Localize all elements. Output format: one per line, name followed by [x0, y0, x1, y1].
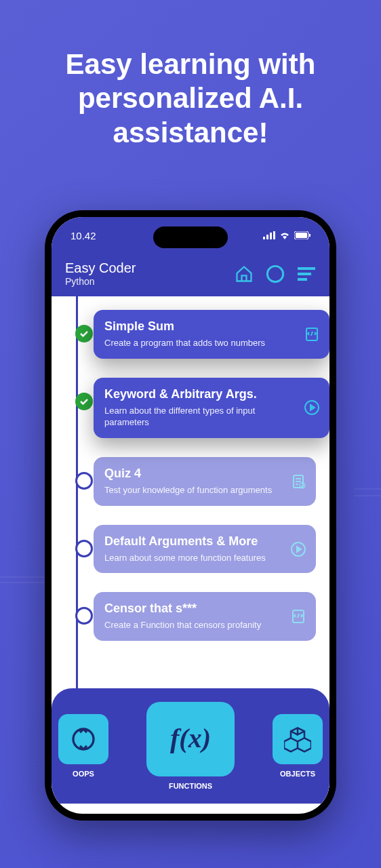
- lesson-subtitle: Learn about the different types of input…: [104, 406, 296, 429]
- lesson-card[interactable]: Keyword & Arbitrary Args.Learn about the…: [94, 378, 329, 438]
- wifi-icon: [279, 230, 290, 241]
- lesson-subtitle: Learn about some more function features: [104, 553, 282, 564]
- nav-objects[interactable]: OBJECTS: [273, 714, 323, 778]
- content-area: Simple SumCreate a program that adds two…: [52, 296, 329, 804]
- code-icon: [304, 326, 320, 342]
- lesson-card[interactable]: Simple SumCreate a program that adds two…: [94, 310, 329, 359]
- app-name: Easy Coder: [65, 260, 136, 276]
- play-icon: [290, 541, 306, 557]
- lesson-subtitle: Create a program that adds two numbers: [104, 338, 296, 349]
- svg-rect-3: [273, 231, 275, 239]
- lesson-row: Censor that s***Create a Function that c…: [94, 592, 329, 641]
- phone-frame: 10.42 Easy Coder Python: [45, 210, 336, 821]
- checkmark-icon: [75, 393, 93, 410]
- lesson-title: Simple Sum: [104, 319, 296, 334]
- svg-rect-10: [298, 278, 307, 281]
- lesson-subtitle: Test your knowledge of function argument…: [104, 485, 282, 496]
- nav-objects-label: OBJECTS: [280, 770, 315, 778]
- svg-rect-5: [296, 233, 307, 238]
- quiz-icon: [290, 473, 306, 490]
- menu-button[interactable]: [297, 264, 316, 283]
- lesson-title: Censor that s***: [104, 601, 282, 616]
- nav-functions-label: FUNCTIONS: [169, 782, 212, 790]
- nav-loops[interactable]: OOPS: [58, 714, 108, 778]
- lesson-subtitle: Create a Function that censors profanity: [104, 620, 282, 631]
- code-icon: [290, 608, 306, 625]
- svg-rect-1: [266, 235, 268, 239]
- lesson-card[interactable]: Default Arguments & MoreLearn about some…: [94, 525, 316, 574]
- circle-marker: [75, 540, 93, 557]
- svg-point-7: [267, 266, 283, 281]
- nav-functions[interactable]: f(x) FUNCTIONS: [146, 702, 235, 790]
- lesson-row: Quiz 4Test your knowledge of function ar…: [94, 457, 329, 506]
- lesson-title: Default Arguments & More: [104, 534, 282, 549]
- signal-icon: [263, 230, 275, 241]
- svg-rect-9: [298, 273, 311, 275]
- status-time: 10.42: [71, 230, 96, 241]
- dynamic-island: [153, 226, 228, 248]
- svg-rect-6: [309, 234, 310, 237]
- home-button[interactable]: [235, 264, 254, 283]
- app-header: Easy Coder Python: [52, 254, 329, 296]
- lesson-card[interactable]: Censor that s***Create a Function that c…: [94, 592, 316, 641]
- circle-marker: [75, 607, 93, 625]
- nav-loops-label: OOPS: [73, 770, 94, 778]
- checkmark-icon: [75, 325, 93, 342]
- svg-point-17: [73, 729, 94, 749]
- lesson-title: Quiz 4: [104, 467, 282, 481]
- svg-text:f(x): f(x): [170, 723, 211, 753]
- svg-rect-2: [270, 233, 272, 239]
- svg-rect-8: [298, 267, 315, 270]
- lesson-card[interactable]: Quiz 4Test your knowledge of function ar…: [94, 457, 316, 506]
- circle-marker: [75, 472, 93, 490]
- lesson-title: Keyword & Arbitrary Args.: [104, 387, 296, 401]
- play-icon: [304, 399, 320, 416]
- app-language: Python: [65, 276, 136, 287]
- circle-button[interactable]: [266, 264, 285, 283]
- battery-icon: [294, 230, 310, 241]
- lesson-row: Simple SumCreate a program that adds two…: [94, 310, 329, 359]
- lesson-row: Default Arguments & MoreLearn about some…: [94, 525, 329, 574]
- bottom-nav: OOPS f(x) FUNCTIONS OBJECTS: [52, 688, 329, 804]
- svg-rect-0: [263, 237, 265, 239]
- lesson-row: Keyword & Arbitrary Args.Learn about the…: [94, 378, 329, 438]
